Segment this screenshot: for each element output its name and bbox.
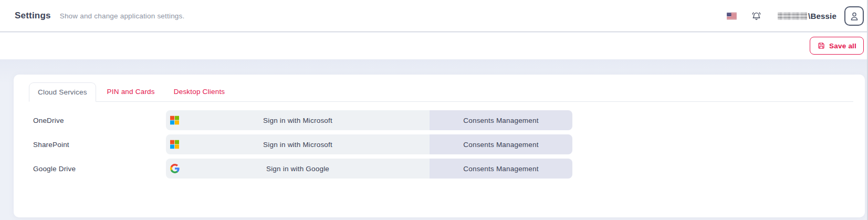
service-row-google-drive: Google Drive Sign in with Google — [33, 159, 865, 179]
notifications-bell-icon[interactable] — [751, 11, 762, 22]
cloud-services-list: OneDrive Sign in with Microsoft — [33, 110, 865, 179]
user-profile-button[interactable] — [844, 6, 864, 26]
signin-microsoft-button[interactable]: Sign in with Microsoft — [166, 134, 430, 154]
signin-google-button[interactable]: Sign in with Google — [166, 159, 430, 179]
tab-desktop-clients[interactable]: Desktop Clients — [166, 82, 233, 101]
consents-label: Consents Management — [463, 117, 538, 124]
service-actions: Sign in with Microsoft Consents Manageme… — [166, 110, 572, 130]
microsoft-logo-icon — [170, 140, 179, 149]
save-all-button[interactable]: Save all — [810, 37, 864, 55]
service-actions: Sign in with Microsoft Consents Manageme… — [166, 134, 572, 154]
save-floppy-icon — [817, 41, 825, 50]
signin-microsoft-button[interactable]: Sign in with Microsoft — [166, 110, 430, 130]
tab-pin-and-cards[interactable]: PIN and Cards — [99, 82, 163, 101]
consents-management-button[interactable]: Consents Management — [430, 134, 572, 154]
consents-management-button[interactable]: Consents Management — [430, 110, 572, 130]
settings-tab-bar: Cloud Services PIN and Cards Desktop Cli… — [29, 82, 853, 102]
consents-label: Consents Management — [463, 141, 538, 149]
service-name-label: Google Drive — [33, 165, 166, 173]
tab-cloud-services[interactable]: Cloud Services — [29, 82, 96, 102]
service-name-label: OneDrive — [33, 117, 166, 124]
page-subtitle: Show and change application settings. — [60, 12, 185, 20]
user-profile-icon — [849, 11, 860, 22]
microsoft-logo-icon — [170, 116, 179, 125]
action-toolbar: Save all — [0, 33, 868, 59]
signin-label: Sign in with Microsoft — [263, 141, 332, 149]
page-body: Cloud Services PIN and Cards Desktop Cli… — [0, 59, 868, 220]
service-row-onedrive: OneDrive Sign in with Microsoft — [33, 110, 865, 130]
service-name-label: SharePoint — [33, 141, 166, 149]
header-actions: \Bessie — [727, 0, 865, 32]
signin-label: Sign in with Google — [266, 165, 329, 173]
logged-in-user: \Bessie — [778, 12, 836, 20]
username-label: \Bessie — [808, 12, 836, 20]
save-all-label: Save all — [829, 42, 856, 50]
app-header: Settings Show and change application set… — [0, 0, 868, 32]
settings-card: Cloud Services PIN and Cards Desktop Cli… — [14, 75, 865, 217]
service-row-sharepoint: SharePoint Sign in with Microsoft — [33, 134, 865, 154]
google-logo-icon — [170, 164, 180, 173]
page-title: Settings — [15, 11, 51, 21]
consents-management-button[interactable]: Consents Management — [430, 159, 572, 179]
language-flag-icon[interactable] — [727, 13, 737, 19]
username-censored-domain — [778, 12, 807, 20]
service-actions: Sign in with Google Consents Management — [166, 159, 572, 179]
consents-label: Consents Management — [463, 165, 538, 173]
signin-label: Sign in with Microsoft — [263, 117, 332, 124]
